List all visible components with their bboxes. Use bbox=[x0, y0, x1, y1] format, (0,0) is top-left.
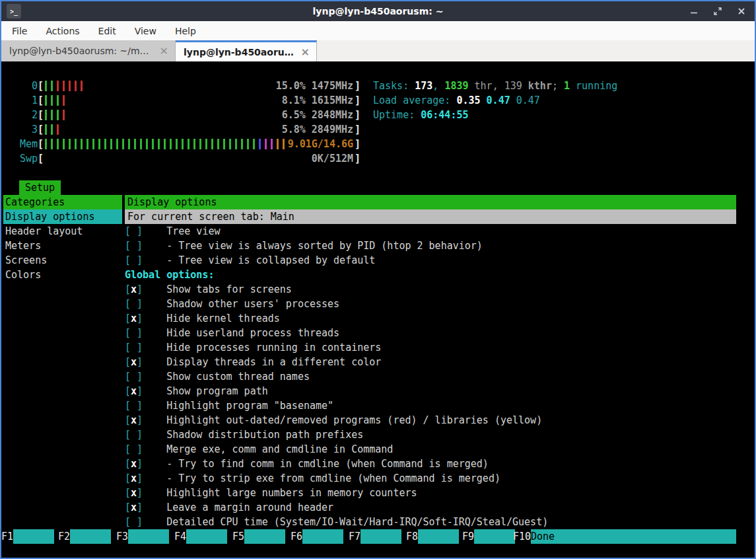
green-tick bbox=[57, 110, 59, 120]
option-row[interactable]: [ ] - Tree view is always sorted by PID … bbox=[125, 239, 736, 253]
checkbox[interactable]: [ bbox=[125, 327, 131, 339]
checkbox[interactable]: [ bbox=[125, 458, 131, 470]
category-item-meters[interactable]: Meters bbox=[3, 239, 122, 253]
fn-key-f7[interactable]: F7 bbox=[349, 529, 361, 544]
checkbox[interactable]: [ bbox=[125, 283, 131, 295]
titlebar[interactable]: >_ lynp@lyn-b450aorusm: ~ bbox=[1, 1, 755, 21]
meter-bar: 9.01G/14.6G bbox=[44, 137, 355, 151]
checkbox[interactable]: [ bbox=[125, 472, 131, 484]
magenta-tick bbox=[265, 139, 267, 149]
fn-key-f3[interactable]: F3 bbox=[116, 529, 128, 544]
checkbox[interactable]: [ bbox=[125, 385, 131, 397]
option-row[interactable]: [ ] Shadow distribution path prefixes bbox=[125, 428, 736, 442]
memory-meter-value: 9.01G/14.6G bbox=[288, 137, 353, 151]
option-row[interactable]: [ ] Hide processes running in containers bbox=[125, 340, 736, 355]
green-tick bbox=[247, 139, 249, 149]
category-item-header-layout[interactable]: Header layout bbox=[3, 224, 122, 239]
checkbox[interactable]: [ bbox=[125, 516, 131, 528]
tab-close-icon[interactable]: × bbox=[160, 46, 168, 56]
option-row[interactable]: [ ] Highlight program "basename" bbox=[125, 398, 736, 413]
menu-item-file[interactable]: File bbox=[7, 24, 32, 38]
meter-ticks bbox=[45, 93, 69, 108]
fn-label-f6[interactable] bbox=[302, 529, 343, 544]
checkbox[interactable]: [ bbox=[125, 342, 131, 354]
option-label: - Tree view is always sorted by PID (hto… bbox=[166, 240, 483, 252]
option-row[interactable]: [x] Hide kernel threads bbox=[125, 311, 736, 326]
category-item-display-options[interactable]: Display options bbox=[3, 209, 122, 224]
fn-key-f10[interactable]: F10 bbox=[513, 529, 531, 544]
meter-bar: 0K/512M bbox=[44, 151, 355, 166]
tab-close-icon[interactable]: × bbox=[301, 47, 310, 57]
option-row[interactable]: [x] - Try to strip exe from cmdline (whe… bbox=[125, 471, 736, 486]
terminal-tab-1[interactable]: lynp@lyn-b450aorusm: ~/manual× bbox=[1, 40, 176, 61]
checkbox[interactable]: [ bbox=[125, 487, 131, 499]
option-row[interactable]: [x] Show tabs for screens bbox=[125, 282, 736, 297]
option-row[interactable]: [x] Show program path bbox=[125, 384, 736, 398]
option-row[interactable]: [x] Leave a margin around header bbox=[125, 500, 736, 515]
checkbox[interactable]: [ bbox=[125, 240, 131, 252]
fn-key-f2[interactable]: F2 bbox=[58, 529, 70, 544]
menu-item-view[interactable]: View bbox=[129, 24, 162, 38]
fn-key-f1[interactable]: F1 bbox=[1, 529, 13, 544]
green-tick bbox=[217, 139, 219, 149]
fn-label-f3[interactable] bbox=[128, 529, 169, 544]
checkbox[interactable]: [ bbox=[125, 502, 131, 513]
meter-label: 3 bbox=[8, 122, 38, 137]
option-row[interactable]: [ ] Merge exe, comm and cmdline in Comma… bbox=[125, 442, 736, 457]
checkbox[interactable]: [ bbox=[125, 225, 131, 237]
menu-item-help[interactable]: Help bbox=[170, 24, 201, 38]
checkbox[interactable]: [ bbox=[125, 414, 131, 426]
green-tick bbox=[205, 139, 207, 149]
category-item-screens[interactable]: Screens bbox=[3, 253, 122, 268]
green-tick bbox=[69, 139, 71, 149]
option-row[interactable]: [x] - Try to find comm in cmdline (when … bbox=[125, 457, 736, 471]
fn-key-f5[interactable]: F5 bbox=[232, 529, 244, 544]
option-row[interactable]: [x] Display threads in a different color bbox=[125, 355, 736, 369]
maximize-button[interactable] bbox=[712, 6, 723, 17]
fn-label-f5[interactable] bbox=[244, 529, 285, 544]
checkbox[interactable]: [ bbox=[125, 371, 131, 383]
app-icon-glyph: >_ bbox=[10, 8, 18, 15]
minimize-button[interactable] bbox=[689, 6, 699, 17]
checkbox[interactable]: [ bbox=[125, 313, 131, 324]
checkbox[interactable]: [ bbox=[125, 443, 131, 455]
option-label: Hide processes running in containers bbox=[166, 342, 381, 354]
fn-key-f6[interactable]: F6 bbox=[291, 529, 302, 544]
green-tick bbox=[188, 139, 189, 149]
fn-label-f1[interactable] bbox=[13, 529, 54, 544]
option-row[interactable]: [ ] Hide userland process threads bbox=[125, 326, 736, 340]
menu-item-actions[interactable]: Actions bbox=[40, 24, 85, 38]
cpu-meter-2: 2[6.5% 2848MHz] bbox=[8, 108, 361, 122]
option-row[interactable]: [ ] Show custom thread names bbox=[125, 369, 736, 384]
red-tick bbox=[69, 81, 71, 91]
fn-label-f9[interactable] bbox=[474, 529, 515, 544]
close-button[interactable] bbox=[736, 6, 747, 17]
meter-label: 2 bbox=[8, 108, 38, 122]
option-row[interactable]: [x] Highlight large numbers in memory co… bbox=[125, 486, 736, 500]
category-item-colors[interactable]: Colors bbox=[3, 268, 122, 282]
checkbox[interactable]: [ bbox=[125, 298, 131, 310]
swap-meter-value: 0K/512M bbox=[312, 151, 353, 166]
checkbox[interactable]: [ bbox=[125, 429, 131, 441]
checkbox[interactable]: [ bbox=[125, 400, 131, 412]
uptime-line: Uptime: 06:44:55 bbox=[373, 108, 469, 122]
option-row[interactable]: [ ] Tree view bbox=[125, 224, 736, 239]
option-row[interactable]: [ ] Detailed CPU time (System/IO-Wait/Ha… bbox=[125, 515, 736, 529]
fn-label-f10[interactable]: Done bbox=[531, 529, 736, 544]
fn-label-f7[interactable] bbox=[361, 529, 401, 544]
checkbox[interactable]: [ bbox=[125, 356, 131, 368]
option-row[interactable]: [x] Highlight out-dated/removed programs… bbox=[125, 413, 736, 428]
option-row[interactable]: [ ] Shadow other users' processes bbox=[125, 297, 736, 311]
fn-label-f4[interactable] bbox=[186, 529, 227, 544]
option-row[interactable]: [ ] - Tree view is collapsed by default bbox=[125, 253, 736, 268]
terminal-screen[interactable]: 0[15.0% 1475MHz]1[8.1% 1615MHz]2[6.5% 28… bbox=[1, 61, 755, 558]
fn-label-f8[interactable] bbox=[418, 529, 459, 544]
fn-key-f9[interactable]: F9 bbox=[462, 529, 474, 544]
fn-key-f4[interactable]: F4 bbox=[174, 529, 186, 544]
menu-item-edit[interactable]: Edit bbox=[93, 24, 121, 38]
checkbox[interactable]: [ bbox=[125, 254, 131, 266]
green-tick bbox=[211, 139, 213, 149]
terminal-tab-2[interactable]: lynp@lyn-b450aorusm: ~× bbox=[176, 40, 317, 61]
fn-label-f2[interactable] bbox=[70, 529, 111, 544]
fn-key-f8[interactable]: F8 bbox=[406, 529, 418, 544]
